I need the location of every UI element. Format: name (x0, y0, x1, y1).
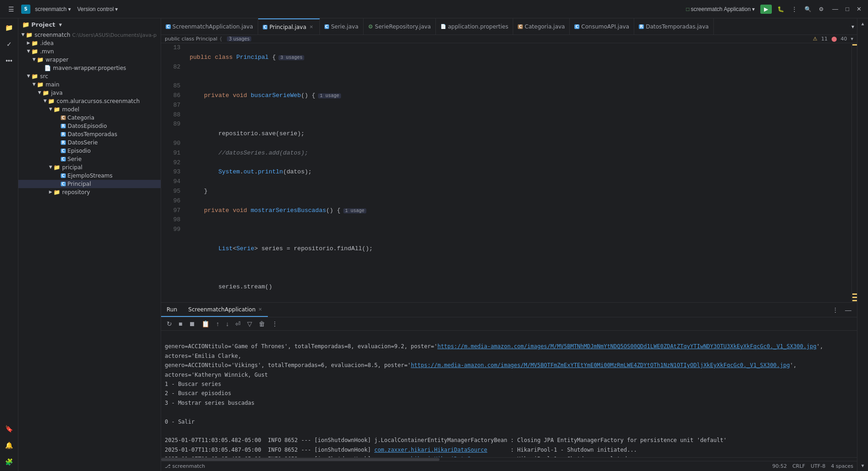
tree-item-java[interactable]: ▼ 📁 java (18, 89, 161, 97)
status-encoding[interactable]: UTF-8 (810, 463, 825, 469)
tab-serierepository[interactable]: ⚙ SerieRepository.java (364, 18, 436, 34)
tree-item-model[interactable]: ▼ 📁 model (18, 105, 161, 114)
tree-item-maven-wrapper[interactable]: ▶ 📄 maven-wrapper.properties (18, 64, 161, 72)
tree-arrow-pricipal: ▼ (48, 165, 53, 170)
tree-item-datosserie2[interactable]: ▶ R DatosSerie (18, 138, 161, 147)
console-scroll-thumb[interactable] (161, 458, 440, 461)
tree-item-repository[interactable]: ▶ 📁 repository (18, 188, 161, 196)
wrap-button[interactable]: ⏎ (233, 319, 243, 328)
status-indent[interactable]: 4 spaces (831, 463, 854, 469)
more-tools-button[interactable]: ••• (2, 53, 17, 68)
tree-item-pricipal[interactable]: ▼ 📁 pricipal (18, 163, 161, 172)
bottom-panel: Run ScreenmatchApplication ✕ ⋮ — ↻ ■ ⏹ 📋… (161, 302, 857, 461)
tree-item-mvn[interactable]: ▼ 📁 .mvn (18, 47, 161, 56)
notifications-button[interactable]: 🔔 (2, 438, 17, 453)
tree-item-idea[interactable]: ▶ 📁 .idea (18, 39, 161, 47)
editor-scrollbar[interactable] (851, 43, 857, 302)
rerun-button[interactable]: ↻ (165, 319, 174, 328)
filter-button[interactable]: ▽ (245, 319, 254, 328)
more-run-button[interactable]: ⋮ (790, 5, 799, 13)
sidebar-header: 📁 Project ▾ (18, 18, 161, 31)
tab-principal[interactable]: C Principal.java ✕ (258, 18, 320, 34)
right-scroll-down[interactable]: ▼ (859, 462, 867, 469)
commit-button[interactable]: ✓ (2, 37, 17, 52)
tree-item-categoria[interactable]: ▶ C Categoria (18, 114, 161, 122)
dump-button[interactable]: 📋 (200, 319, 211, 328)
tab-serie[interactable]: C Serie.java (320, 18, 364, 34)
java-icon-episodio: C (61, 149, 66, 153)
status-project: ⎇ screenmatch (165, 463, 205, 469)
hamburger-button[interactable]: ☰ (4, 2, 18, 17)
bottom-tab-run[interactable]: Run (161, 303, 183, 317)
right-scroll-up[interactable]: ▲ (859, 20, 867, 27)
tree-item-src[interactable]: ▼ 📁 src (18, 72, 161, 80)
tree-item-principal[interactable]: ▶ C Principal (18, 180, 161, 188)
project-tree-button[interactable]: 📁 (2, 20, 17, 35)
console-output: genero=ACCIONtitulo='Game of Thrones', t… (161, 331, 857, 457)
run-config-icon: □ (686, 6, 689, 12)
status-position[interactable]: 90:52 (772, 463, 787, 469)
stop-button[interactable]: ■ (177, 319, 184, 328)
run-tab-label: Run (167, 306, 177, 313)
tabs-more-button[interactable]: ▾ (849, 23, 857, 30)
tree-item-serie[interactable]: ▶ C Serie (18, 155, 161, 163)
plugins-button[interactable]: 🧩 (2, 454, 17, 469)
tab-datostemp[interactable]: R DatosTemporadas.java (634, 18, 714, 34)
console-line-1: genero=ACCIONtitulo='Game of Thrones', t… (165, 343, 827, 359)
settings-button[interactable]: ⚙ (817, 5, 826, 13)
project-name-button[interactable]: screenmatch ▾ (33, 5, 73, 13)
bottom-minimize-button[interactable]: — (843, 305, 853, 315)
tree-item-datosserie[interactable]: ▶ R DatosTemporadas (18, 130, 161, 138)
bottom-more-button[interactable]: ⋮ (830, 305, 840, 315)
bookmarks-button[interactable]: 🔖 (2, 421, 17, 436)
bottom-tab-app[interactable]: ScreenmatchApplication ✕ (183, 303, 268, 317)
tabs-bar: C ScreenmatchApplication.java C Principa… (161, 18, 857, 35)
scroll-up-button[interactable]: ↑ (214, 319, 221, 328)
minimize-button[interactable]: — (829, 5, 841, 13)
chevron-down-icon2: ▾ (115, 6, 118, 12)
tree-item-package[interactable]: ▼ 📁 com.aluracursos.screenmatch (18, 97, 161, 105)
top-bar: ☰ S screenmatch ▾ Version control ▾ □ sc… (0, 0, 868, 18)
bottom-tab-close[interactable]: ✕ (258, 307, 262, 312)
tab-screenmatchapp[interactable]: C ScreenmatchApplication.java (161, 18, 258, 34)
breadcrumb-expand[interactable]: ▾ (851, 36, 853, 42)
tree-label-main: main (46, 81, 59, 88)
tree-item-datosepisodio[interactable]: ▶ R DatosEpisodio (18, 122, 161, 130)
restore-button[interactable]: ⏹ (187, 319, 197, 328)
line-numbers: 13 82 85 86 87 88 89 90 91 92 93 94 95 (161, 43, 184, 302)
close-button[interactable]: ✕ (854, 5, 864, 13)
tree-arrow-model: ▼ (48, 107, 53, 112)
code-editor[interactable]: 13 82 85 86 87 88 89 90 91 92 93 94 95 (161, 43, 851, 302)
console-more-button[interactable]: ⋮ (270, 319, 280, 328)
sidebar: 📁 Project ▾ ▼ 📁 screenmatch C:\Users\ASU… (18, 18, 161, 471)
tree-item-main[interactable]: ▼ 📁 main (18, 80, 161, 89)
tab-close-principal[interactable]: ✕ (308, 24, 315, 30)
tree-item-wrapper[interactable]: ▼ 📁 wrapper (18, 56, 161, 64)
got-poster-link[interactable]: https://m.media-amazon.com/images/M/MV5B… (437, 343, 816, 350)
tree-item-episodio[interactable]: ▶ C Episodio (18, 147, 161, 155)
console-line-menu2: 2 - Buscar episodios (165, 390, 231, 396)
tree-item-ejemplostreams[interactable]: ▶ C EjemploStreams (18, 172, 161, 180)
hikari-link1[interactable]: com.zaxxer.hikari.HikariDataSource (374, 447, 487, 453)
run-config-label: screenmatch Application (691, 6, 751, 12)
vikings-poster-link[interactable]: https://m.media-amazon.com/images/M/MV5B… (411, 362, 790, 368)
bottom-tabs: Run ScreenmatchApplication ✕ ⋮ — (161, 303, 857, 317)
run-config-button[interactable]: □ screenmatch Application ▾ (684, 5, 757, 13)
debug-button[interactable]: 🐛 (775, 5, 786, 13)
maximize-button[interactable]: □ (843, 5, 852, 13)
console-line-log2: 2025-01-07T11:03:05.487-05:00 INFO 8652 … (165, 447, 637, 453)
breadcrumb-class: public class Principal (165, 36, 217, 42)
tab-categoria[interactable]: C Categoria.java (513, 18, 570, 34)
search-button[interactable]: 🔍 (803, 5, 813, 13)
scroll-down-button[interactable]: ↓ (224, 319, 231, 328)
run-button[interactable]: ▶ (760, 5, 772, 14)
console-scrollbar[interactable] (161, 457, 857, 461)
version-control-button[interactable]: Version control ▾ (75, 5, 120, 13)
tab-appprops[interactable]: 📄 application.properties (436, 18, 513, 34)
tab-consumoapi[interactable]: C ConsumoAPI.java (570, 18, 634, 34)
trash-button[interactable]: 🗑 (257, 319, 267, 328)
code-content[interactable]: public class Principal {3 usages private… (184, 43, 851, 302)
status-line-ending[interactable]: CRLF (793, 463, 805, 469)
tab-icon-datostemp: R (639, 24, 644, 29)
tree-item-screenmatch[interactable]: ▼ 📁 screenmatch C:\Users\ASUS\Documents\… (18, 31, 161, 39)
